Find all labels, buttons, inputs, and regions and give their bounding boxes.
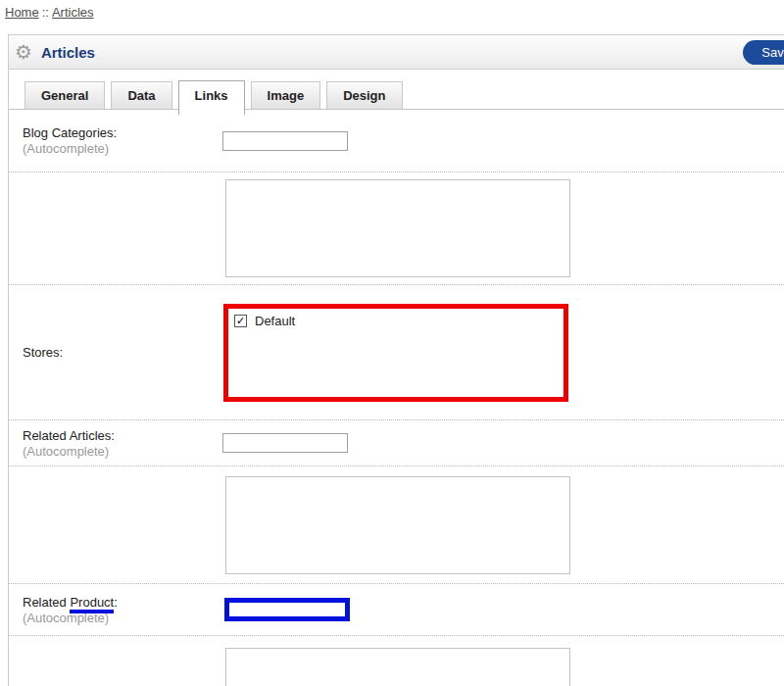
- articles-panel: ⚙ Articles Save General Data Links Image…: [8, 34, 784, 686]
- related-product-label: Related Product:: [23, 595, 222, 610]
- row-related-product-list: [9, 636, 784, 686]
- panel-header: ⚙ Articles Save: [9, 35, 784, 70]
- related-product-input[interactable]: [229, 604, 345, 615]
- related-product-highlight-annotation: [224, 598, 350, 621]
- row-related-product: Related Product: (Autocomplete): [9, 584, 784, 636]
- related-product-listbox[interactable]: [225, 648, 570, 686]
- row-blog-categories-list: [9, 172, 784, 285]
- tab-data[interactable]: Data: [111, 81, 172, 109]
- breadcrumb-separator: ::: [42, 5, 49, 20]
- blog-categories-hint: (Autocomplete): [23, 141, 222, 156]
- store-default-label: Default: [255, 314, 295, 328]
- blog-categories-label: Blog Categories:: [23, 125, 222, 140]
- tab-links[interactable]: Links: [178, 80, 245, 115]
- related-articles-label: Related Articles:: [23, 428, 222, 443]
- blog-categories-listbox[interactable]: [225, 179, 570, 277]
- stores-label: Stores:: [23, 345, 222, 360]
- tab-design[interactable]: Design: [326, 81, 402, 109]
- row-related-articles: Related Articles: (Autocomplete): [9, 420, 784, 466]
- links-form: Blog Categories: (Autocomplete) Stores: …: [9, 110, 784, 686]
- store-default-checkbox[interactable]: ✓: [234, 315, 247, 327]
- related-articles-input[interactable]: [222, 433, 348, 453]
- related-articles-hint: (Autocomplete): [23, 444, 222, 459]
- breadcrumb-link-articles[interactable]: Articles: [52, 5, 94, 20]
- gear-icon: ⚙: [15, 42, 32, 62]
- page-title: Articles: [41, 44, 95, 61]
- breadcrumb-link-home[interactable]: Home: [5, 5, 39, 20]
- tab-general[interactable]: General: [24, 81, 105, 109]
- tab-bar: General Data Links Image Design: [9, 80, 784, 110]
- breadcrumb: Home::Articles: [0, 0, 784, 20]
- row-blog-categories: Blog Categories: (Autocomplete): [9, 110, 784, 172]
- blog-categories-input[interactable]: [222, 131, 348, 151]
- related-product-hint: (Autocomplete): [23, 611, 222, 625]
- stores-highlight-annotation: ✓ Default: [223, 304, 568, 402]
- related-articles-listbox[interactable]: [225, 476, 570, 574]
- store-option-default: ✓ Default: [234, 314, 558, 328]
- tab-image[interactable]: Image: [251, 81, 321, 109]
- row-stores: Stores: ✓ Default: [9, 285, 784, 420]
- row-related-articles-list: [9, 466, 784, 584]
- save-button[interactable]: Save: [743, 40, 784, 65]
